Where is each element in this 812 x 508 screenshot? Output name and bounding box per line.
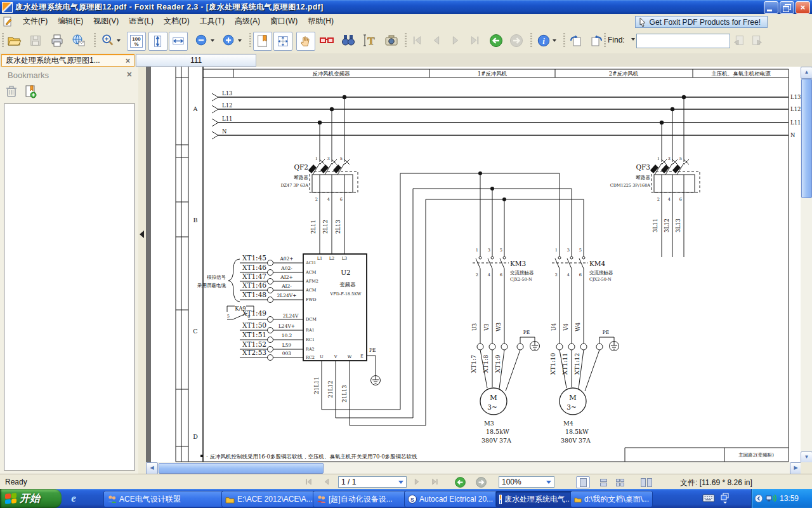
language-bar-keyboard-icon[interactable] — [702, 493, 715, 505]
vertical-scroll-thumb[interactable] — [801, 79, 812, 198]
motor-name: M3 — [484, 420, 494, 427]
zoom-tool-button[interactable] — [98, 32, 122, 50]
save-button[interactable] — [27, 32, 44, 50]
minimize-button[interactable] — [764, 1, 778, 14]
network-status-icon[interactable] — [766, 494, 776, 503]
menu-document[interactable]: 文档(D) — [159, 14, 195, 29]
xt-label: XT1:46 — [242, 281, 266, 289]
facing-layout-button[interactable] — [613, 476, 627, 488]
find-dropdown[interactable] — [631, 38, 635, 41]
tab-111[interactable]: 111 — [136, 54, 256, 67]
info-dropdown[interactable] — [553, 39, 556, 42]
prev-page-button[interactable] — [428, 32, 445, 50]
properties-info-button[interactable]: i — [534, 32, 558, 50]
pe-label: PE — [369, 347, 376, 353]
collapse-panel-icon[interactable] — [140, 231, 144, 238]
menu-edit[interactable]: 编辑(E) — [53, 14, 88, 29]
pin-label: 3 — [668, 156, 671, 161]
menu-language[interactable]: 语言(L) — [124, 14, 159, 29]
bookmarks-toggle-button[interactable] — [253, 32, 272, 51]
first-page-button[interactable] — [409, 32, 426, 50]
open-button[interactable] — [5, 32, 23, 50]
add-bookmark-icon[interactable] — [24, 84, 37, 98]
zoom-out-button[interactable] — [192, 32, 216, 50]
menu-window[interactable]: 窗口(W) — [265, 14, 303, 29]
tab-active-document[interactable]: 废水处理系统电气原理图1... × — [1, 54, 134, 67]
status-next-page-button[interactable] — [410, 476, 424, 488]
status-last-page-button[interactable] — [428, 476, 442, 488]
rotate-right-button[interactable] — [587, 32, 605, 50]
menu-help[interactable]: 帮助(H) — [303, 14, 339, 29]
zoom-level-box[interactable]: 100% — [499, 476, 554, 488]
rail-label: N — [790, 132, 796, 138]
horizontal-scroll-thumb[interactable] — [159, 463, 324, 474]
zoom-out-dropdown[interactable] — [211, 39, 214, 42]
status-bar: Ready 1 / 1 100% 文件: [11.69 * 8.26 in] — [0, 474, 812, 490]
hide-icons-chevron[interactable] — [754, 494, 763, 503]
analog-note: 模拟信号 — [207, 274, 226, 280]
menu-file[interactable]: 文件(F) — [18, 14, 53, 29]
fit-width-button[interactable] — [169, 32, 188, 51]
text-viewer-button[interactable] — [318, 32, 336, 50]
single-page-layout-button[interactable] — [576, 476, 590, 488]
vertical-scrollbar[interactable]: ▲ ▼ — [801, 67, 812, 462]
go-forward-button[interactable] — [508, 32, 525, 50]
continuous-facing-layout-button[interactable] — [639, 476, 653, 488]
taskbar-button-foxit[interactable]: 废水处理系统电气... — [495, 491, 575, 507]
hand-tool-button[interactable] — [296, 32, 315, 51]
tab-close-icon[interactable]: × — [126, 57, 130, 65]
start-button[interactable]: 开始 — [0, 489, 62, 508]
taskbar-button-my-documents[interactable]: d:\我的文档\桌面\... — [570, 491, 653, 507]
bookmarks-close-icon[interactable]: × — [127, 70, 132, 79]
close-button[interactable]: × — [796, 1, 810, 14]
fullscreen-button[interactable] — [273, 32, 292, 51]
taskbar-button-autocad[interactable]: S Autocad Elctrical 20... — [404, 491, 501, 507]
find-previous-button[interactable] — [730, 32, 747, 50]
delete-bookmark-icon[interactable] — [5, 84, 18, 98]
window-title: 废水处理系统电气原理图12.pdf - Foxit Reader 2.3 - [… — [15, 2, 324, 13]
promo-banner[interactable]: Get Foxit PDF Products for Free! — [635, 16, 768, 28]
menu-advanced[interactable]: 高级(A) — [230, 14, 265, 29]
zoom-in-dropdown[interactable] — [238, 39, 242, 42]
row-letter: B — [193, 217, 198, 224]
scroll-left-icon[interactable]: ◀ — [146, 462, 158, 474]
pin-label: 6 — [579, 272, 582, 277]
folder-icon — [225, 495, 235, 504]
find-input[interactable] — [636, 34, 730, 48]
restore-button[interactable] — [780, 1, 794, 14]
menu-view[interactable]: 视图(V) — [88, 14, 124, 29]
windows-logo-icon — [5, 493, 16, 504]
horizontal-scrollbar[interactable]: ◀ ▶ — [146, 462, 801, 474]
rail-label: N — [222, 128, 227, 135]
page-number-box[interactable]: 1 / 1 — [338, 476, 407, 488]
last-page-button[interactable] — [466, 32, 483, 50]
taskbar-button-qq-chao[interactable]: [超]自动化设备设... — [313, 491, 409, 507]
email-button[interactable] — [70, 32, 88, 50]
fit-page-button[interactable] — [148, 32, 167, 51]
continuous-layout-button[interactable] — [596, 476, 610, 488]
menu-tools[interactable]: 工具(T) — [195, 14, 230, 29]
actual-size-button[interactable]: 100% — [127, 32, 146, 51]
ie-quicklaunch-icon[interactable]: e — [66, 491, 81, 506]
status-back-button[interactable] — [453, 476, 467, 488]
next-page-button[interactable] — [447, 32, 464, 50]
status-first-page-button[interactable] — [302, 476, 316, 488]
status-prev-page-button[interactable] — [320, 476, 334, 488]
u2-terminal: ACI1 — [305, 260, 316, 265]
zoom-tool-dropdown[interactable] — [117, 39, 121, 42]
search-button[interactable] — [339, 32, 357, 50]
status-forward-button[interactable] — [474, 476, 488, 488]
scroll-up-icon[interactable]: ▲ — [801, 67, 812, 79]
rotate-left-button[interactable] — [567, 32, 585, 50]
zoom-in-button[interactable] — [219, 32, 244, 50]
go-back-button[interactable] — [487, 32, 505, 50]
restore-window-icon[interactable] — [720, 493, 730, 507]
taskbar-button-explorer-e[interactable]: E:\ACE 2012\ACE\A... — [221, 491, 318, 507]
print-button[interactable] — [48, 32, 66, 50]
find-next-button[interactable] — [749, 32, 766, 50]
snapshot-button[interactable] — [383, 32, 400, 50]
bookmarks-list[interactable] — [4, 104, 135, 471]
taskbar-button-qq-ace[interactable]: ACE电气设计联盟 — [103, 491, 226, 507]
document-icon — [3, 17, 13, 27]
select-text-button[interactable]: T — [361, 32, 379, 50]
